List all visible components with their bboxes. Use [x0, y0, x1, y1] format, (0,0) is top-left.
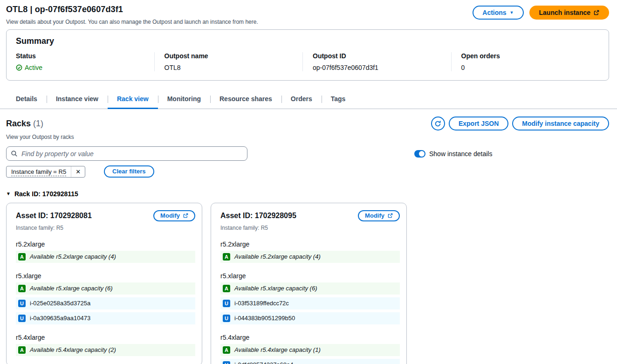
summary-field: Outpost nameOTL8 [154, 52, 303, 71]
instance-type-label: r5.4xlarge [16, 334, 195, 341]
instance-row: Ui-0dfd88574237a68a4 [220, 359, 400, 364]
summary-field: StatusActive [16, 52, 154, 71]
rack-group-header[interactable]: ▼ Rack ID: 1702928115 [6, 190, 78, 198]
filter-chip-row: Instance family = R5 ✕ Clear filters [0, 161, 617, 178]
asset-card: Asset ID: 1702928081ModifyInstance famil… [6, 203, 202, 364]
collapse-triangle-icon: ▼ [6, 191, 11, 196]
summary-field-value: OTL8 [165, 64, 295, 71]
instance-family-label: Instance family: R5 [220, 225, 400, 231]
tab-instance-view[interactable]: Instance view [47, 91, 108, 109]
instance-type-label: r5.2xlarge [220, 240, 400, 248]
summary-field-value: Active [16, 64, 147, 71]
summary-field-value: op-07f6f537e0607d3f1 [313, 64, 444, 71]
instance-family-label: Instance family: R5 [16, 225, 195, 231]
available-capacity-row: AAvailable r5.2xlarge capacity (4) [16, 251, 195, 263]
instance-row: Ui-03f53189ffedcc72c [220, 297, 400, 309]
instance-type-label: r5.xlarge [16, 272, 195, 280]
tab-monitoring[interactable]: Monitoring [158, 91, 210, 109]
tab-details[interactable]: Details [7, 91, 47, 109]
modify-button-label: Modify [160, 212, 180, 220]
used-badge: U [223, 315, 230, 322]
capacity-text: Available r5.4xlarge capacity (2) [30, 346, 116, 353]
available-badge: A [18, 285, 26, 292]
used-badge: U [223, 361, 230, 364]
capacity-text: Available r5.xlarge capacity (6) [30, 285, 113, 292]
available-badge: A [223, 285, 230, 292]
available-capacity-row: AAvailable r5.4xlarge capacity (1) [220, 344, 400, 356]
search-box [6, 146, 247, 161]
capacity-text: Available r5.2xlarge capacity (4) [234, 253, 321, 260]
instance-type-label: r5.4xlarge [220, 334, 400, 341]
available-badge: A [18, 346, 26, 354]
external-link-icon [594, 10, 599, 15]
available-capacity-row: AAvailable r5.xlarge capacity (6) [220, 282, 400, 295]
summary-field-label: Open orders [461, 52, 592, 60]
available-badge: A [18, 253, 26, 261]
asset-id-title: Asset ID: 1702928081 [16, 212, 92, 220]
refresh-icon [434, 120, 441, 127]
instance-id: i-03f53189ffedcc72c [234, 300, 289, 307]
actions-button[interactable]: Actions ▼ [473, 6, 523, 20]
summary-panel: Summary StatusActiveOutpost nameOTL8Outp… [6, 29, 609, 81]
capacity-text: Available r5.2xlarge capacity (4) [30, 253, 116, 260]
instance-row: Ui-025e0258a35d3725a [16, 297, 195, 309]
capacity-text: Available r5.4xlarge capacity (1) [234, 346, 321, 353]
summary-heading: Summary [16, 36, 599, 46]
asset-card: Asset ID: 1702928095ModifyInstance famil… [211, 203, 407, 364]
modify-instance-capacity-button[interactable]: Modify instance capacity [512, 117, 609, 130]
page-header: OTL8 | op-07f6f537e0607d3f1 View details… [0, 0, 617, 25]
summary-field: Open orders0 [451, 52, 600, 71]
toggle-knob [419, 151, 425, 157]
racks-heading: Racks (1) [6, 119, 43, 129]
racks-actions: Export JSON Modify instance capacity [431, 117, 609, 130]
tab-bar: DetailsInstance viewRack viewMonitoringR… [0, 91, 617, 109]
instance-row: Ui-044383b9051299b50 [220, 312, 400, 324]
tab-tags[interactable]: Tags [322, 91, 355, 109]
filter-token[interactable]: Instance family = R5 ✕ [6, 166, 85, 178]
tab-orders[interactable]: Orders [281, 91, 322, 109]
racks-description: View your Outpost by racks [0, 130, 617, 140]
search-input[interactable] [6, 146, 247, 161]
close-icon[interactable]: ✕ [71, 166, 85, 177]
external-link-icon [183, 213, 188, 218]
tab-resource-shares[interactable]: Resource shares [210, 91, 281, 109]
search-icon [11, 150, 18, 157]
instance-row: Ui-0a309635a9aa10473 [16, 312, 195, 324]
clear-filters-button[interactable]: Clear filters [104, 165, 154, 178]
summary-field-label: Status [16, 52, 147, 60]
capacity-text: Available r5.xlarge capacity (6) [234, 285, 317, 292]
available-capacity-row: AAvailable r5.4xlarge capacity (2) [16, 344, 195, 356]
asset-cards: Asset ID: 1702928081ModifyInstance famil… [6, 203, 609, 364]
available-capacity-row: AAvailable r5.xlarge capacity (6) [16, 282, 195, 295]
rack-id-label: Rack ID: 1702928115 [14, 190, 78, 198]
show-instance-details-toggle[interactable] [414, 150, 425, 158]
tab-rack-view[interactable]: Rack view [108, 91, 158, 109]
instance-type-label: r5.xlarge [220, 272, 400, 280]
status-text: Active [25, 64, 42, 71]
modify-button[interactable]: Modify [358, 210, 400, 221]
available-badge: A [223, 253, 230, 261]
launch-instance-button[interactable]: Launch instance [529, 6, 609, 20]
available-badge: A [223, 346, 230, 354]
used-badge: U [223, 300, 230, 307]
asset-id-title: Asset ID: 1702928095 [220, 212, 296, 220]
toggle-label: Show instance details [429, 150, 492, 158]
page-title: OTL8 | op-07f6f537e0607d3f1 [6, 5, 258, 14]
summary-field-label: Outpost ID [313, 52, 444, 60]
filter-row: Show instance details [0, 140, 617, 161]
actions-button-label: Actions [482, 8, 506, 17]
instance-details-toggle-group: Show instance details [414, 150, 492, 158]
instance-id: i-025e0258a35d3725a [30, 300, 90, 307]
export-json-button[interactable]: Export JSON [449, 117, 508, 130]
refresh-button[interactable] [431, 117, 445, 130]
instance-id: i-0dfd88574237a68a4 [234, 361, 294, 364]
modify-button-label: Modify [365, 212, 384, 220]
racks-header: Racks (1) Export JSON Modify instance ca… [0, 109, 617, 130]
chevron-down-icon: ▼ [510, 11, 514, 15]
used-badge: U [18, 300, 26, 307]
outpost-detail-page: OTL8 | op-07f6f537e0607d3f1 View details… [0, 0, 617, 364]
status-check-icon [16, 64, 22, 71]
modify-button[interactable]: Modify [153, 210, 195, 221]
instance-type-label: r5.2xlarge [16, 240, 195, 248]
racks-heading-text: Racks [6, 119, 31, 128]
